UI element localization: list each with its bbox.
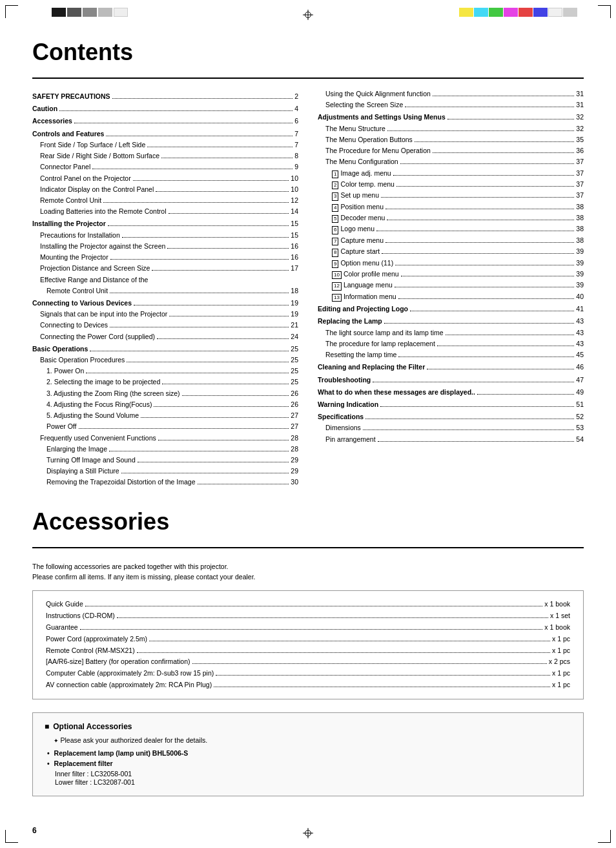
toc-entry: Troubleshooting47 <box>318 375 584 385</box>
toc-dots <box>433 152 574 153</box>
toc-page: 16 <box>291 242 298 251</box>
acc-qty: x 1 pc <box>552 679 570 691</box>
toc-dots <box>437 346 574 346</box>
toc-entry: Remote Control Unit18 <box>32 286 298 296</box>
toc-page: 18 <box>291 286 298 296</box>
toc-page: 54 <box>576 435 584 444</box>
toc-dots <box>169 213 289 214</box>
toc-dots <box>161 158 293 158</box>
toc-page: 28 <box>291 433 298 443</box>
corner-mark-tr <box>598 5 611 18</box>
toc-dots <box>363 429 574 430</box>
optional-item: • Replacement filter <box>45 760 571 767</box>
color-bars-left <box>52 8 128 17</box>
toc-num-box: 7 <box>332 238 338 245</box>
acc-qty: x 1 pc <box>552 634 570 645</box>
toc-page: 6 <box>294 116 298 126</box>
toc-dots <box>90 351 289 351</box>
toc-dots <box>477 394 574 395</box>
toc-dots <box>401 276 575 276</box>
toc-dots <box>378 441 575 442</box>
contents-rule <box>32 78 584 79</box>
toc-entry: 6Logo menu38 <box>318 224 584 234</box>
toc-dots <box>109 451 289 451</box>
toc-entry: Resetting the lamp time45 <box>318 350 584 360</box>
toc-page: 29 <box>291 455 298 465</box>
page: Contents SAFETY PRECAUTIONS2Caution4Acce… <box>0 0 616 848</box>
acc-qty: x 1 set <box>550 610 570 622</box>
toc-entry: Replacing the Lamp43 <box>318 316 584 326</box>
toc-dots <box>103 202 289 203</box>
toc-dots <box>169 316 289 316</box>
acc-label: Instructions (CD-ROM) <box>46 610 115 622</box>
toc-dots <box>410 311 574 311</box>
acc-label: [AA/R6-size] Battery (for operation conf… <box>46 656 190 668</box>
toc-page: 37 <box>576 169 584 178</box>
toc-page: 25 <box>291 377 298 387</box>
toc-page: 19 <box>291 309 298 319</box>
toc-entry: 7Capture menu38 <box>318 236 584 245</box>
toc-label: Selecting the Screen Size <box>325 100 403 110</box>
toc-entry: 4Position menu38 <box>318 202 584 212</box>
toc-page: 38 <box>576 224 584 234</box>
acc-entry: Quick Guidex 1 book <box>46 599 570 610</box>
acc-entry: AV connection cable (approximately 2m: R… <box>46 679 570 691</box>
acc-entry: [AA/R6-size] Battery (for operation conf… <box>46 656 570 668</box>
corner-mark-br <box>598 830 611 843</box>
crosshair-top <box>303 10 313 20</box>
toc-label: Capture menu <box>340 236 384 245</box>
toc-dots <box>365 419 574 419</box>
toc-page: 2 <box>294 92 298 101</box>
toc-dots <box>157 338 289 339</box>
toc-label: Indicator Display on the Control Panel <box>40 185 154 194</box>
toc-page: 52 <box>576 412 584 422</box>
toc-dots <box>427 369 574 369</box>
toc-page: 27 <box>291 422 298 431</box>
toc-entry: 3. Adjusting the Zoom Ring (the screen s… <box>32 389 298 398</box>
toc-entry: Basic Operations25 <box>32 344 298 354</box>
toc-dots <box>158 440 289 440</box>
toc-entry: 5. Adjusting the Sound Volume27 <box>32 411 298 420</box>
toc-entry: Basic Operation Procedures25 <box>32 355 298 365</box>
toc-label: Installing the Projector against the Scr… <box>40 242 165 251</box>
toc-entry: Turning Off Image and Sound29 <box>32 455 298 465</box>
toc-label: Capture start <box>340 247 380 256</box>
toc-entry: Editing and Projecting Logo41 <box>318 304 584 314</box>
toc-page: 12 <box>291 196 298 205</box>
toc-page: 25 <box>291 355 298 365</box>
toc-dots <box>154 406 289 407</box>
toc-columns: SAFETY PRECAUTIONS2Caution4Accessories6C… <box>32 89 584 489</box>
accessories-box: Quick Guidex 1 bookInstructions (CD-ROM)… <box>32 590 584 699</box>
main-content: Contents SAFETY PRECAUTIONS2Caution4Acce… <box>32 39 584 796</box>
acc-dots <box>149 641 550 641</box>
toc-left-col: SAFETY PRECAUTIONS2Caution4Accessories6C… <box>32 89 298 489</box>
toc-entry: Adjustments and Settings Using Menus32 <box>318 112 584 122</box>
toc-dots <box>134 305 289 305</box>
toc-entry: 9Option menu (11)39 <box>318 258 584 268</box>
acc-label: Computer Cable (approximately 2m: D-sub3… <box>46 668 214 679</box>
toc-page: 35 <box>576 135 584 145</box>
toc-page: 47 <box>576 375 584 385</box>
toc-entry: Precautions for Installation15 <box>32 231 298 240</box>
toc-page: 25 <box>291 366 298 376</box>
toc-label: Language menu <box>344 280 393 290</box>
toc-dots <box>162 384 289 384</box>
acc-label: Remote Control (RM-MSX21) <box>46 645 135 657</box>
toc-label: Basic Operation Procedures <box>40 355 125 365</box>
color-bars-right <box>459 8 577 17</box>
toc-page: 45 <box>576 350 584 360</box>
toc-label: The Procedure for Menu Operation <box>325 146 431 156</box>
toc-num-box: 4 <box>332 204 338 212</box>
toc-num-box: 8 <box>332 249 338 256</box>
toc-num-box: 6 <box>332 226 338 234</box>
toc-label: Mounting the Projector <box>40 253 108 262</box>
toc-label: Editing and Projecting Logo <box>318 304 408 314</box>
toc-entry: Using the Quick Alignment function31 <box>318 89 584 99</box>
toc-label: Set up menu <box>340 191 379 200</box>
toc-dots <box>108 225 289 226</box>
accessories-title: Accessories <box>32 508 584 535</box>
toc-label: Turning Off Image and Sound <box>46 455 136 465</box>
toc-dots <box>112 98 293 99</box>
toc-label: The procedure for lamp replacement <box>325 339 435 349</box>
toc-page: 14 <box>291 207 298 216</box>
